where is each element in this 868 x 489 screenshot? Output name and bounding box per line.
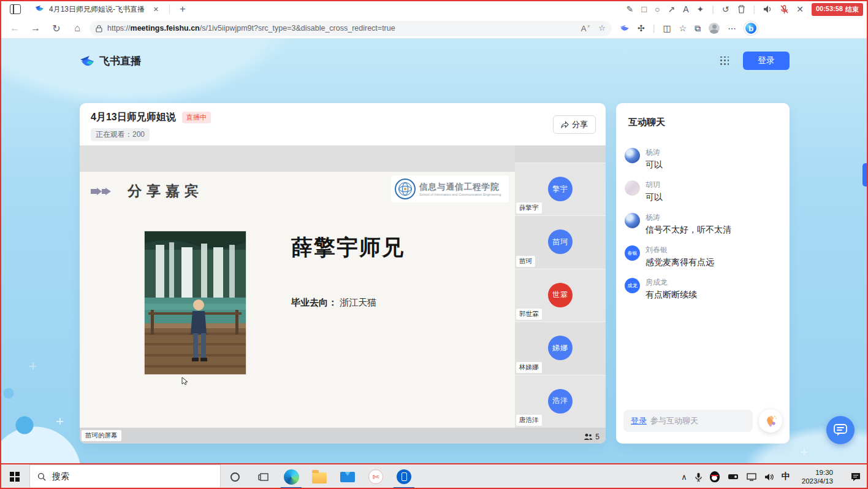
slide-section-title: 分享嘉宾 xyxy=(128,182,204,201)
split-screen-icon[interactable]: ◫ xyxy=(663,23,671,33)
trash-icon[interactable] xyxy=(737,5,745,13)
screen-share-label: 苗珂的屏幕 xyxy=(82,430,121,441)
ellipse-tool-icon[interactable]: ○ xyxy=(655,4,660,14)
bing-chat-icon[interactable]: b xyxy=(744,21,758,35)
time: 19:30 xyxy=(802,468,833,477)
participant-avatar: 浩洋 xyxy=(548,389,573,414)
arrow-tool-icon[interactable]: ↗ xyxy=(668,4,675,14)
browser-tab[interactable]: 4月13日师兄师姐说-飞书直播 ✕ xyxy=(29,1,166,18)
notification-center-button[interactable] xyxy=(845,472,866,482)
recording-timer-badge[interactable]: 00:53:58 结束 xyxy=(812,3,863,16)
home-icon[interactable]: ⌂ xyxy=(69,23,86,34)
brand[interactable]: 飞书直播 xyxy=(80,54,141,68)
annotation-toolbar: ✎ □ ○ ↗ A ✦ | ↺ | ✕ 00:53:58 结束 xyxy=(626,3,868,16)
address-bar[interactable]: https://meetings.feishu.cn/s/1iv5iipwjpm… xyxy=(89,21,612,36)
text-tool-icon[interactable]: A xyxy=(683,4,688,14)
tray-volume-icon[interactable] xyxy=(764,473,774,481)
profile-avatar[interactable] xyxy=(709,23,720,34)
extension-row: ✣ | ◫ ☆ ⧉ ⋯ b xyxy=(615,21,761,35)
ime-indicator[interactable]: 中 xyxy=(782,471,790,482)
taskbar-explorer-button[interactable] xyxy=(305,464,333,489)
chat-message: 杨涛 信号不太好，听不太清 xyxy=(625,212,782,236)
org-name-en: School of Information and Communication … xyxy=(419,193,501,196)
taskbar: 搜索 ✄ ∧ 中 xyxy=(0,464,868,489)
rectangle-tool-icon[interactable]: □ xyxy=(641,4,646,14)
favorites-icon[interactable]: ☆ xyxy=(679,23,687,33)
pen-tool-icon[interactable]: ✎ xyxy=(626,4,634,14)
org-name: 信息与通信工程学院 xyxy=(419,182,501,193)
chat-message-list: 杨涛 可以 胡玥 可以 杨涛 信号不太好，听不太清 春银 刘春银 感觉麦离得有点… xyxy=(625,147,782,301)
participant-tile[interactable]: 苗珂 苗珂 xyxy=(515,215,606,268)
back-icon[interactable]: ← xyxy=(6,23,23,34)
message-text: 有点断断续续 xyxy=(645,290,782,301)
feishu-extension-icon[interactable] xyxy=(619,24,630,33)
chat-login-link[interactable]: 登录 xyxy=(631,415,647,426)
workspaces-icon[interactable] xyxy=(10,4,21,14)
tray-expand-icon[interactable]: ∧ xyxy=(681,472,687,482)
participant-count[interactable]: 5 xyxy=(584,433,600,441)
task-view-button[interactable] xyxy=(249,464,277,489)
tab-close-icon[interactable]: ✕ xyxy=(151,6,161,13)
user-avatar xyxy=(625,148,640,163)
toolbar-divider: | xyxy=(712,4,714,14)
share-button[interactable]: 分享 xyxy=(553,115,596,134)
user-avatar xyxy=(625,180,640,196)
taskbar-phone-button[interactable] xyxy=(390,464,418,489)
message-user: 刘春银 xyxy=(645,245,782,255)
participant-name: 薛擎宇 xyxy=(516,202,542,214)
microphone-muted-icon[interactable] xyxy=(780,5,788,14)
clap-reaction-button[interactable] xyxy=(759,409,782,433)
share-icon xyxy=(561,121,569,128)
feedback-chat-button[interactable] xyxy=(826,416,855,444)
chat-panel: 互动聊天 杨涛 可以 胡玥 可以 杨涛 信号不太好，听不太清 xyxy=(616,103,790,444)
message-user: 房成龙 xyxy=(645,277,782,288)
taskbar-recorder-button[interactable]: ✄ xyxy=(362,464,390,489)
org-emblem-icon xyxy=(395,179,416,199)
sparkle-decoration xyxy=(56,418,63,425)
message-user: 胡玥 xyxy=(645,180,782,190)
extensions-puzzle-icon[interactable]: ✣ xyxy=(638,23,645,33)
chat-input[interactable]: 登录 参与互动聊天 xyxy=(623,410,753,432)
login-button[interactable]: 登录 xyxy=(743,52,790,70)
participant-tile-partial xyxy=(515,145,606,163)
participant-tile[interactable]: 浩洋 唐浩洋 xyxy=(515,375,606,428)
start-button[interactable] xyxy=(0,464,29,489)
cortana-button[interactable] xyxy=(221,464,249,489)
tray-qq-icon[interactable] xyxy=(710,471,720,482)
more-menu-icon[interactable]: ⋯ xyxy=(728,23,736,33)
taskbar-edge-button[interactable] xyxy=(277,464,305,489)
video-area[interactable]: 分享嘉宾 信息与通信工程学院 School of Information xyxy=(80,145,606,444)
speaker-icon[interactable] xyxy=(763,5,772,13)
read-aloud-icon[interactable]: A〃 xyxy=(581,23,592,33)
forward-icon[interactable]: → xyxy=(27,23,44,34)
taskbar-search[interactable]: 搜索 xyxy=(29,464,221,489)
taskbar-clock[interactable]: 19:30 2023/4/13 xyxy=(798,468,837,485)
shared-slide: 分享嘉宾 信息与通信工程学院 School of Information xyxy=(80,172,515,428)
chat-message: 春银 刘春银 感觉麦离得有点远 xyxy=(625,245,782,268)
tray-device-icon[interactable] xyxy=(728,473,739,480)
participant-tile[interactable]: 世霖 郭世霖 xyxy=(515,269,606,322)
clap-icon xyxy=(764,414,777,428)
live-badge: 直播中 xyxy=(182,112,211,123)
close-recorder-icon[interactable]: ✕ xyxy=(796,4,804,14)
undo-icon[interactable]: ↺ xyxy=(722,4,729,14)
sparkle-decoration xyxy=(29,363,36,369)
refresh-icon[interactable]: ↻ xyxy=(48,23,65,34)
wand-tool-icon[interactable]: ✦ xyxy=(696,4,704,14)
participant-tile[interactable]: 擎宇 薛擎宇 xyxy=(515,163,606,215)
participant-avatar: 擎宇 xyxy=(548,177,573,201)
tray-microphone-icon[interactable] xyxy=(695,472,702,482)
side-panel-handle[interactable] xyxy=(862,163,868,187)
new-tab-button[interactable]: + xyxy=(173,3,192,15)
site-header: 飞书直播 登录 xyxy=(80,51,790,71)
tray-display-icon[interactable] xyxy=(747,473,756,481)
add-favorite-icon[interactable]: ☆ xyxy=(598,23,606,33)
apps-grid-icon[interactable] xyxy=(720,56,729,66)
collections-icon[interactable]: ⧉ xyxy=(695,23,701,34)
guest-name: 薛擎宇师兄 xyxy=(291,233,405,262)
address-bar-actions: A〃 ☆ xyxy=(581,23,606,33)
participant-avatar: 苗珂 xyxy=(548,229,573,254)
taskbar-mail-button[interactable] xyxy=(333,464,362,489)
message-text: 信号不太好，听不太清 xyxy=(645,225,782,236)
participant-tile[interactable]: 娣娜 林娣娜 xyxy=(515,322,606,374)
